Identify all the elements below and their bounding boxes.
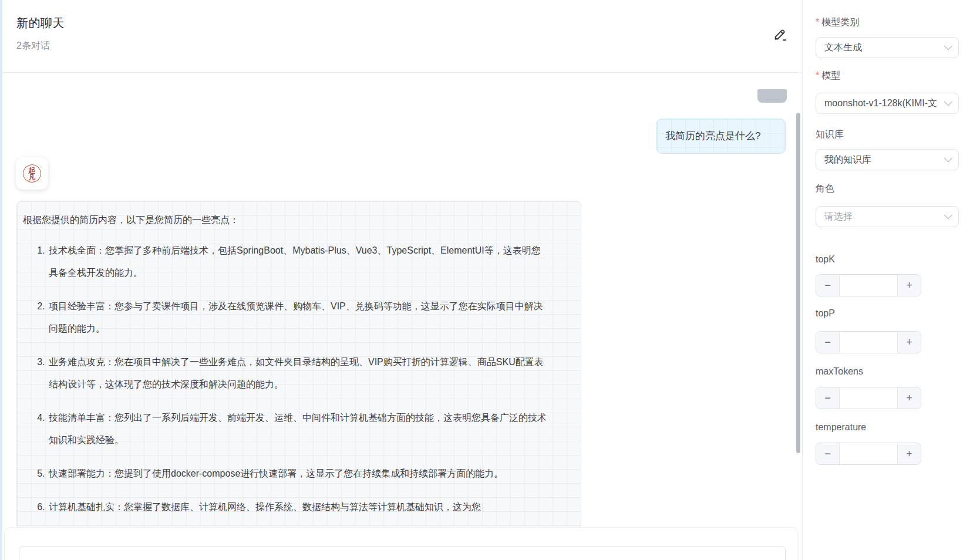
model-select[interactable]: moonshot-v1-128k(KIMI-文 xyxy=(816,93,959,114)
required-asterisk: * xyxy=(816,70,819,80)
seal-logo-icon: 起凡 xyxy=(23,164,41,183)
composer-bar xyxy=(4,527,799,560)
temperature-stepper: − + xyxy=(816,443,921,465)
list-item: 业务难点攻克：您在项目中解决了一些业务难点，如文件夹目录结构的呈现、VIP购买打… xyxy=(48,351,548,396)
topp-input[interactable] xyxy=(840,332,897,353)
user-avatar-placeholder xyxy=(757,89,787,103)
label-text: temperature xyxy=(816,422,866,432)
increase-button[interactable]: + xyxy=(897,387,921,409)
maxtokens-label: maxTokens xyxy=(816,366,863,377)
label-text: maxTokens xyxy=(816,366,863,376)
increase-button[interactable]: + xyxy=(897,332,921,353)
chevron-down-icon xyxy=(944,97,952,106)
select-value: moonshot-v1-128k(KIMI-文 xyxy=(824,97,937,110)
role-select[interactable]: 请选择 xyxy=(816,206,959,227)
seal-text: 起凡 xyxy=(28,167,36,181)
decrease-button[interactable]: − xyxy=(816,275,840,296)
left-edge-strip xyxy=(0,0,2,560)
temperature-input[interactable] xyxy=(840,443,897,464)
list-item: 技术栈全面：您掌握了多种前后端技术，包括SpringBoot、Mybatis-P… xyxy=(48,239,548,284)
message-input[interactable] xyxy=(19,546,786,560)
label-text: topP xyxy=(816,308,835,318)
topk-input[interactable] xyxy=(840,275,897,296)
label-text: 模型 xyxy=(821,70,840,80)
select-placeholder: 请选择 xyxy=(824,211,853,223)
settings-sidebar: *模型类别 文本生成 *模型 moonshot-v1-128k(KIMI-文 知… xyxy=(802,0,970,560)
label-text: 角色 xyxy=(816,183,834,193)
knowledge-base-label: 知识库 xyxy=(816,129,844,141)
select-value: 我的知识库 xyxy=(824,154,871,166)
label-text: 知识库 xyxy=(816,129,844,139)
topp-label: topP xyxy=(816,308,835,319)
page-title: 新的聊天 xyxy=(16,15,65,31)
role-label: 角色 xyxy=(816,183,834,195)
assistant-avatar: 起凡 xyxy=(16,157,48,190)
model-category-label: *模型类别 xyxy=(816,16,859,29)
topp-stepper: − + xyxy=(816,331,921,353)
required-asterisk: * xyxy=(816,17,819,27)
knowledge-base-select[interactable]: 我的知识库 xyxy=(816,149,959,170)
user-message-bubble: 我简历的亮点是什么? xyxy=(656,119,786,154)
chat-header: 新的聊天 2条对话 xyxy=(2,0,802,73)
list-item: 快速部署能力：您提到了使用docker-compose进行快速部署，这显示了您在… xyxy=(48,463,548,485)
model-label: *模型 xyxy=(816,70,840,82)
conversation-count: 2条对话 xyxy=(16,40,50,52)
decrease-button[interactable]: − xyxy=(816,443,840,464)
resume-highlights-list: 技术栈全面：您掌握了多种前后端技术，包括SpringBoot、Mybatis-P… xyxy=(23,239,548,518)
increase-button[interactable]: + xyxy=(897,443,921,464)
assistant-message-card: 根据您提供的简历内容，以下是您简历的一些亮点： 技术栈全面：您掌握了多种前后端技… xyxy=(16,201,581,529)
chevron-down-icon xyxy=(944,42,952,50)
edit-chat-title-button[interactable] xyxy=(769,25,790,46)
list-item: 技能清单丰富：您列出了一系列后端开发、前端开发、运维、中间件和计算机基础方面的技… xyxy=(48,407,548,451)
maxtokens-stepper: − + xyxy=(816,387,921,409)
label-text: topK xyxy=(816,254,835,264)
label-text: 模型类别 xyxy=(821,17,859,27)
chat-scrollbar-thumb[interactable] xyxy=(796,113,800,453)
model-category-select[interactable]: 文本生成 xyxy=(816,37,959,58)
chevron-down-icon xyxy=(944,211,952,219)
list-item: 计算机基础扎实：您掌握了数据库、计算机网络、操作系统、数据结构与算法等计算机基础… xyxy=(48,496,548,518)
list-item: 项目经验丰富：您参与了卖课件项目，涉及在线预览课件、购物车、VIP、兑换码等功能… xyxy=(48,295,548,340)
assistant-intro-text: 根据您提供的简历内容，以下是您简历的一些亮点： xyxy=(23,209,548,231)
decrease-button[interactable]: − xyxy=(816,387,840,409)
topk-stepper: − + xyxy=(816,274,921,296)
increase-button[interactable]: + xyxy=(897,275,921,296)
topk-label: topK xyxy=(816,254,835,265)
temperature-label: temperature xyxy=(816,422,866,433)
pencil-icon xyxy=(772,28,787,43)
chevron-down-icon xyxy=(944,154,952,162)
select-value: 文本生成 xyxy=(824,42,862,54)
app-window: 新的聊天 2条对话 我简历的亮点是什么? 起凡 根据您提供的简历内容，以下是您简… xyxy=(0,0,970,560)
decrease-button[interactable]: − xyxy=(816,332,840,353)
maxtokens-input[interactable] xyxy=(840,387,897,409)
